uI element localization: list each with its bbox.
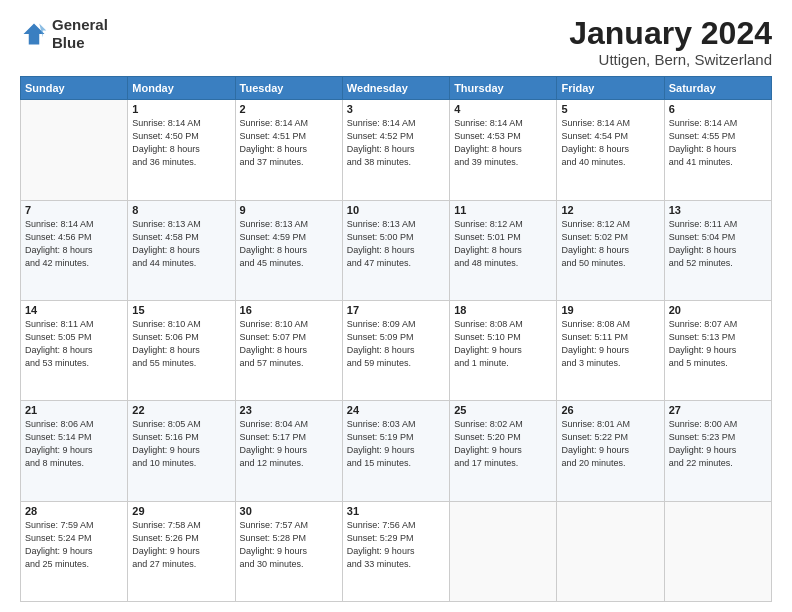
calendar-cell: 24Sunrise: 8:03 AM Sunset: 5:19 PM Dayli…	[342, 401, 449, 501]
day-info: Sunrise: 8:02 AM Sunset: 5:20 PM Dayligh…	[454, 418, 552, 470]
day-number: 14	[25, 304, 123, 316]
calendar-cell: 10Sunrise: 8:13 AM Sunset: 5:00 PM Dayli…	[342, 200, 449, 300]
day-of-week-header: Tuesday	[235, 77, 342, 100]
day-info: Sunrise: 8:05 AM Sunset: 5:16 PM Dayligh…	[132, 418, 230, 470]
calendar-cell: 26Sunrise: 8:01 AM Sunset: 5:22 PM Dayli…	[557, 401, 664, 501]
logo: General Blue	[20, 16, 108, 52]
calendar-title: January 2024	[569, 16, 772, 51]
day-info: Sunrise: 8:13 AM Sunset: 4:59 PM Dayligh…	[240, 218, 338, 270]
day-info: Sunrise: 8:07 AM Sunset: 5:13 PM Dayligh…	[669, 318, 767, 370]
calendar-cell: 1Sunrise: 8:14 AM Sunset: 4:50 PM Daylig…	[128, 100, 235, 200]
day-number: 1	[132, 103, 230, 115]
day-info: Sunrise: 8:14 AM Sunset: 4:53 PM Dayligh…	[454, 117, 552, 169]
calendar-table: SundayMondayTuesdayWednesdayThursdayFrid…	[20, 76, 772, 602]
calendar-week-row: 21Sunrise: 8:06 AM Sunset: 5:14 PM Dayli…	[21, 401, 772, 501]
calendar-cell	[664, 501, 771, 601]
calendar-cell: 23Sunrise: 8:04 AM Sunset: 5:17 PM Dayli…	[235, 401, 342, 501]
day-number: 8	[132, 204, 230, 216]
day-info: Sunrise: 7:58 AM Sunset: 5:26 PM Dayligh…	[132, 519, 230, 571]
calendar-cell: 27Sunrise: 8:00 AM Sunset: 5:23 PM Dayli…	[664, 401, 771, 501]
calendar-cell: 29Sunrise: 7:58 AM Sunset: 5:26 PM Dayli…	[128, 501, 235, 601]
day-of-week-header: Wednesday	[342, 77, 449, 100]
page: General Blue January 2024 Uttigen, Bern,…	[0, 0, 792, 612]
day-number: 15	[132, 304, 230, 316]
calendar-cell	[21, 100, 128, 200]
calendar-week-row: 28Sunrise: 7:59 AM Sunset: 5:24 PM Dayli…	[21, 501, 772, 601]
calendar-cell: 18Sunrise: 8:08 AM Sunset: 5:10 PM Dayli…	[450, 300, 557, 400]
day-number: 30	[240, 505, 338, 517]
day-number: 25	[454, 404, 552, 416]
day-number: 3	[347, 103, 445, 115]
day-of-week-header: Monday	[128, 77, 235, 100]
calendar-cell: 30Sunrise: 7:57 AM Sunset: 5:28 PM Dayli…	[235, 501, 342, 601]
day-number: 2	[240, 103, 338, 115]
calendar-week-row: 1Sunrise: 8:14 AM Sunset: 4:50 PM Daylig…	[21, 100, 772, 200]
calendar-cell: 3Sunrise: 8:14 AM Sunset: 4:52 PM Daylig…	[342, 100, 449, 200]
day-info: Sunrise: 7:57 AM Sunset: 5:28 PM Dayligh…	[240, 519, 338, 571]
calendar-cell: 15Sunrise: 8:10 AM Sunset: 5:06 PM Dayli…	[128, 300, 235, 400]
calendar-cell	[450, 501, 557, 601]
calendar-cell: 6Sunrise: 8:14 AM Sunset: 4:55 PM Daylig…	[664, 100, 771, 200]
calendar-header-row: SundayMondayTuesdayWednesdayThursdayFrid…	[21, 77, 772, 100]
day-of-week-header: Thursday	[450, 77, 557, 100]
day-info: Sunrise: 8:14 AM Sunset: 4:50 PM Dayligh…	[132, 117, 230, 169]
day-number: 28	[25, 505, 123, 517]
day-info: Sunrise: 8:11 AM Sunset: 5:05 PM Dayligh…	[25, 318, 123, 370]
day-number: 21	[25, 404, 123, 416]
day-of-week-header: Sunday	[21, 77, 128, 100]
day-number: 22	[132, 404, 230, 416]
calendar-cell: 20Sunrise: 8:07 AM Sunset: 5:13 PM Dayli…	[664, 300, 771, 400]
day-number: 9	[240, 204, 338, 216]
day-number: 31	[347, 505, 445, 517]
day-number: 18	[454, 304, 552, 316]
calendar-cell: 25Sunrise: 8:02 AM Sunset: 5:20 PM Dayli…	[450, 401, 557, 501]
day-info: Sunrise: 8:14 AM Sunset: 4:55 PM Dayligh…	[669, 117, 767, 169]
calendar-cell: 21Sunrise: 8:06 AM Sunset: 5:14 PM Dayli…	[21, 401, 128, 501]
day-number: 10	[347, 204, 445, 216]
day-info: Sunrise: 8:14 AM Sunset: 4:51 PM Dayligh…	[240, 117, 338, 169]
day-info: Sunrise: 8:01 AM Sunset: 5:22 PM Dayligh…	[561, 418, 659, 470]
day-info: Sunrise: 8:00 AM Sunset: 5:23 PM Dayligh…	[669, 418, 767, 470]
calendar-week-row: 14Sunrise: 8:11 AM Sunset: 5:05 PM Dayli…	[21, 300, 772, 400]
calendar-cell: 7Sunrise: 8:14 AM Sunset: 4:56 PM Daylig…	[21, 200, 128, 300]
day-info: Sunrise: 8:12 AM Sunset: 5:01 PM Dayligh…	[454, 218, 552, 270]
calendar-cell: 19Sunrise: 8:08 AM Sunset: 5:11 PM Dayli…	[557, 300, 664, 400]
day-info: Sunrise: 8:10 AM Sunset: 5:07 PM Dayligh…	[240, 318, 338, 370]
calendar-cell: 11Sunrise: 8:12 AM Sunset: 5:01 PM Dayli…	[450, 200, 557, 300]
day-of-week-header: Saturday	[664, 77, 771, 100]
day-info: Sunrise: 8:09 AM Sunset: 5:09 PM Dayligh…	[347, 318, 445, 370]
title-block: January 2024 Uttigen, Bern, Switzerland	[569, 16, 772, 68]
day-info: Sunrise: 8:11 AM Sunset: 5:04 PM Dayligh…	[669, 218, 767, 270]
calendar-cell: 9Sunrise: 8:13 AM Sunset: 4:59 PM Daylig…	[235, 200, 342, 300]
calendar-cell: 5Sunrise: 8:14 AM Sunset: 4:54 PM Daylig…	[557, 100, 664, 200]
calendar-subtitle: Uttigen, Bern, Switzerland	[569, 51, 772, 68]
calendar-week-row: 7Sunrise: 8:14 AM Sunset: 4:56 PM Daylig…	[21, 200, 772, 300]
day-number: 17	[347, 304, 445, 316]
calendar-cell: 13Sunrise: 8:11 AM Sunset: 5:04 PM Dayli…	[664, 200, 771, 300]
day-info: Sunrise: 8:13 AM Sunset: 5:00 PM Dayligh…	[347, 218, 445, 270]
header: General Blue January 2024 Uttigen, Bern,…	[20, 16, 772, 68]
calendar-cell: 8Sunrise: 8:13 AM Sunset: 4:58 PM Daylig…	[128, 200, 235, 300]
calendar-cell: 14Sunrise: 8:11 AM Sunset: 5:05 PM Dayli…	[21, 300, 128, 400]
day-number: 26	[561, 404, 659, 416]
logo-text: General Blue	[52, 16, 108, 52]
day-number: 27	[669, 404, 767, 416]
day-info: Sunrise: 8:06 AM Sunset: 5:14 PM Dayligh…	[25, 418, 123, 470]
calendar-cell: 2Sunrise: 8:14 AM Sunset: 4:51 PM Daylig…	[235, 100, 342, 200]
day-info: Sunrise: 8:08 AM Sunset: 5:10 PM Dayligh…	[454, 318, 552, 370]
day-number: 29	[132, 505, 230, 517]
day-number: 4	[454, 103, 552, 115]
day-number: 11	[454, 204, 552, 216]
day-number: 20	[669, 304, 767, 316]
calendar-cell: 22Sunrise: 8:05 AM Sunset: 5:16 PM Dayli…	[128, 401, 235, 501]
day-info: Sunrise: 8:14 AM Sunset: 4:52 PM Dayligh…	[347, 117, 445, 169]
day-info: Sunrise: 8:10 AM Sunset: 5:06 PM Dayligh…	[132, 318, 230, 370]
day-info: Sunrise: 7:59 AM Sunset: 5:24 PM Dayligh…	[25, 519, 123, 571]
day-number: 24	[347, 404, 445, 416]
day-number: 16	[240, 304, 338, 316]
day-info: Sunrise: 7:56 AM Sunset: 5:29 PM Dayligh…	[347, 519, 445, 571]
day-number: 13	[669, 204, 767, 216]
day-number: 5	[561, 103, 659, 115]
day-of-week-header: Friday	[557, 77, 664, 100]
calendar-cell: 17Sunrise: 8:09 AM Sunset: 5:09 PM Dayli…	[342, 300, 449, 400]
